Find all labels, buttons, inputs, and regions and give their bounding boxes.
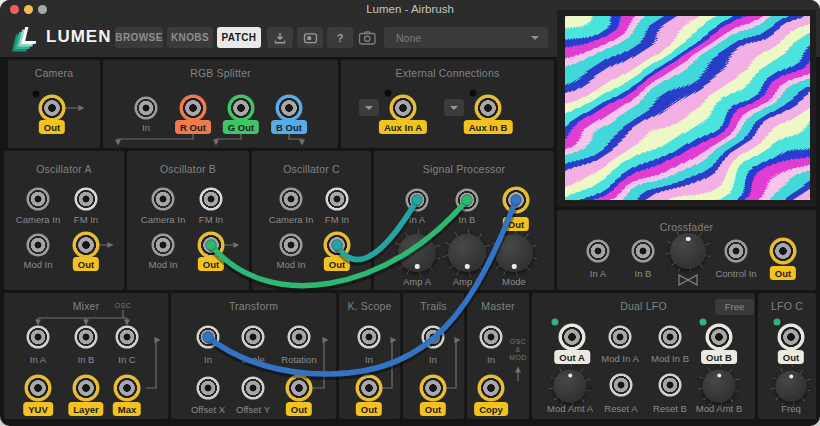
lfo-out-b-badge: Out B xyxy=(701,350,737,364)
save-button[interactable] xyxy=(267,27,293,48)
xfade-in-b-jack[interactable] xyxy=(632,240,655,263)
xfade-control-in-jack[interactable] xyxy=(725,240,748,263)
lfo-out-b-jack[interactable] xyxy=(706,324,733,351)
transform-scale-jack[interactable] xyxy=(242,326,265,349)
module-title: K. Scope xyxy=(339,300,400,312)
aux-b-source-dropdown[interactable] xyxy=(444,99,464,116)
xfade-out-jack[interactable] xyxy=(770,238,797,265)
mixer-in-a-jack[interactable] xyxy=(27,326,50,349)
chevron-down-icon xyxy=(365,106,373,114)
snapshot-button[interactable] xyxy=(297,27,323,48)
rgb-r-out-jack[interactable] xyxy=(180,95,207,122)
osc-c-out-jack[interactable] xyxy=(324,232,351,259)
logo-text: LUMEN xyxy=(46,27,111,47)
mixer-yuv-out-jack[interactable] xyxy=(25,375,52,402)
tab-patch[interactable]: PATCH xyxy=(217,27,261,48)
aux-a-source-dropdown[interactable] xyxy=(359,99,379,116)
lfo-free-button[interactable]: Free xyxy=(715,299,754,315)
aux-in-b-jack[interactable] xyxy=(475,95,502,122)
osc-a-mod-in-jack[interactable] xyxy=(27,234,50,257)
mixer-in-a-label: In A xyxy=(30,354,46,365)
lumen-logo-icon xyxy=(12,24,44,54)
mixer-yuv-badge: YUV xyxy=(23,402,53,416)
lfo-reset-b-jack[interactable] xyxy=(659,374,682,397)
tab-browse[interactable]: BROWSE xyxy=(115,27,163,48)
lfo-mod-in-a-jack[interactable] xyxy=(609,326,632,349)
rgb-in-label: In xyxy=(142,122,150,133)
transform-rotation-jack[interactable] xyxy=(288,326,311,349)
mod-amt-a-knob[interactable] xyxy=(554,370,587,403)
module-title: Transform xyxy=(171,300,336,312)
xfade-in-a-jack[interactable] xyxy=(587,240,610,263)
osc-c-out-badge: Out xyxy=(324,257,350,271)
sp-in-a-jack[interactable] xyxy=(406,189,429,212)
kscope-out-jack[interactable] xyxy=(356,375,383,402)
sp-in-b-jack[interactable] xyxy=(456,189,479,212)
module-title: Signal Processor xyxy=(374,163,554,175)
transform-offset-x-jack[interactable] xyxy=(197,377,220,400)
transform-offset-x-label: Offset X xyxy=(191,404,225,415)
aux-in-a-jack[interactable] xyxy=(390,95,417,122)
osc-b-fm-in-label: FM In xyxy=(199,214,223,225)
chevron-down-icon xyxy=(450,106,458,114)
lfo-reset-a-jack[interactable] xyxy=(610,374,633,397)
osc-b-fm-in-jack[interactable] xyxy=(200,188,223,211)
osc-b-mod-in-jack[interactable] xyxy=(152,234,175,257)
module-title: Master xyxy=(467,300,529,312)
trails-out-jack[interactable] xyxy=(420,375,447,402)
transform-out-jack[interactable] xyxy=(286,375,313,402)
mixer-layer-out-jack[interactable] xyxy=(73,375,100,402)
camera-source-select[interactable]: None xyxy=(384,27,548,48)
kscope-in-label: In xyxy=(365,354,373,365)
lfo-mod-in-b-jack[interactable] xyxy=(659,326,682,349)
osc-a-fm-in-jack[interactable] xyxy=(75,188,98,211)
transform-in-jack[interactable] xyxy=(197,326,220,349)
aux-in-b-badge: Aux In B xyxy=(464,120,513,134)
osc-c-mod-in-jack[interactable] xyxy=(280,234,303,257)
lfo-mod-in-a-label: Mod In A xyxy=(601,353,639,364)
master-amp-tag: & xyxy=(515,346,520,353)
xfade-in-a-label: In A xyxy=(590,268,606,279)
sp-out-jack[interactable] xyxy=(503,187,530,214)
help-button[interactable]: ? xyxy=(327,27,353,48)
master-copy-jack[interactable] xyxy=(478,375,505,402)
lfo-out-a-jack[interactable] xyxy=(559,324,586,351)
osc-c-camera-in-jack[interactable] xyxy=(280,188,303,211)
osc-a-out-jack[interactable] xyxy=(73,232,100,259)
mod-amt-b-knob[interactable] xyxy=(703,370,736,403)
aux-b-led-off xyxy=(470,90,477,97)
rgb-in-jack[interactable] xyxy=(135,97,158,120)
lfo-c-out-jack[interactable] xyxy=(778,324,805,351)
lfo-b-led-on xyxy=(700,319,707,326)
mixer-in-c-jack[interactable] xyxy=(116,326,139,349)
mod-amt-a-label: Mod Amt A xyxy=(547,403,593,414)
chevron-down-icon xyxy=(531,36,539,44)
amp-a-knob[interactable] xyxy=(398,234,436,272)
mixer-in-b-jack[interactable] xyxy=(75,326,98,349)
osc-a-camera-in-jack[interactable] xyxy=(27,188,50,211)
osc-b-camera-in-jack[interactable] xyxy=(152,188,175,211)
rgb-b-out-jack[interactable] xyxy=(276,95,303,122)
master-copy-badge: Copy xyxy=(474,402,508,416)
osc-c-fm-in-jack[interactable] xyxy=(326,188,349,211)
mixer-layer-badge: Layer xyxy=(68,402,103,416)
master-in-jack[interactable] xyxy=(480,326,503,349)
lfo-c-led-on xyxy=(774,319,781,326)
xfade-in-b-label: In B xyxy=(635,268,652,279)
camera-out-jack[interactable] xyxy=(39,95,66,122)
freq-knob[interactable] xyxy=(776,371,807,402)
trails-in-jack[interactable] xyxy=(422,326,445,349)
osc-b-out-jack[interactable] xyxy=(198,232,225,259)
mixer-max-out-jack[interactable] xyxy=(114,375,141,402)
tab-knobs[interactable]: KNOBS xyxy=(167,27,213,48)
amp-b-knob[interactable] xyxy=(448,234,486,272)
kscope-out-badge: Out xyxy=(356,402,382,416)
osc-c-camera-in-label: Camera In xyxy=(269,214,313,225)
kscope-in-jack[interactable] xyxy=(358,326,381,349)
mode-knob[interactable] xyxy=(495,234,533,272)
rgb-r-out-badge: R Out xyxy=(175,120,211,134)
rgb-g-out-jack[interactable] xyxy=(228,95,255,122)
aux-in-a-badge: Aux In A xyxy=(379,120,427,134)
transform-offset-y-jack[interactable] xyxy=(242,377,265,400)
crossfader-knob[interactable] xyxy=(670,233,706,269)
